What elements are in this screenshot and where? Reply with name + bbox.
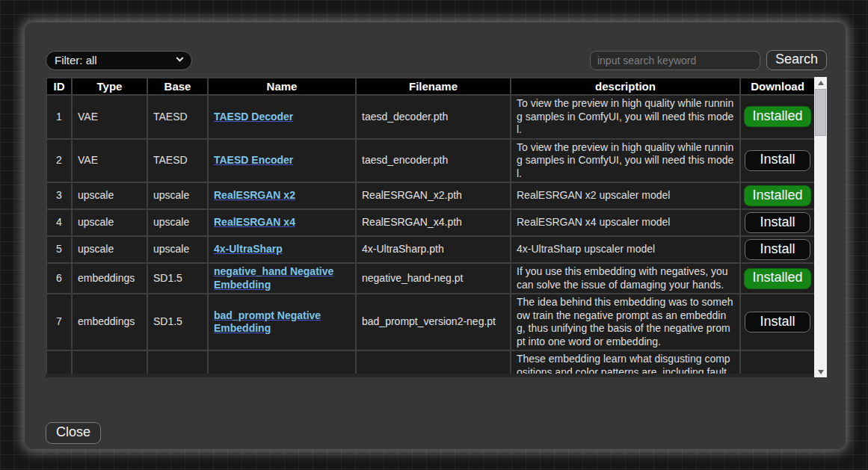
cell-download: Install	[740, 294, 814, 350]
chevron-down-icon	[176, 55, 184, 62]
cell-download	[740, 350, 814, 374]
cell-type: upscale	[72, 209, 147, 236]
cell-type: embeddings	[72, 263, 147, 294]
cell-filename: RealESRGAN_x4.pth	[356, 209, 511, 236]
cell-description: If you use this embedding with negatives…	[511, 263, 740, 294]
model-name-link[interactable]: TAESD Encoder	[214, 154, 293, 166]
cell-base: upscale	[147, 182, 208, 209]
table-row: 3upscaleupscaleRealESRGAN x2RealESRGAN_x…	[46, 182, 814, 209]
cell-name: bad_prompt Negative Embedding	[208, 294, 356, 350]
cell-download: Installed	[740, 263, 814, 294]
model-table-body: 1VAETAESDTAESD Decodertaesd_decoder.pthT…	[46, 95, 814, 374]
cell-type: upscale	[72, 182, 147, 209]
cell-name: 4x-UltraSharp	[208, 236, 356, 263]
cell-type	[72, 350, 147, 374]
cell-filename: taesd_encoder.pth	[356, 139, 511, 183]
scroll-up-arrow-icon[interactable]	[814, 77, 827, 88]
cell-download: Install	[740, 209, 814, 236]
cell-description: To view the preview in high quality whil…	[511, 95, 740, 139]
installed-button[interactable]: Installed	[744, 185, 810, 206]
install-button[interactable]: Install	[745, 239, 810, 260]
cell-description: RealESRGAN x4 upscaler model	[511, 209, 740, 236]
search-button[interactable]: Search	[766, 50, 827, 70]
cell-type: upscale	[72, 236, 147, 263]
cell-download: Install	[740, 236, 814, 263]
model-name-link[interactable]: bad_prompt Negative Embedding	[214, 309, 321, 335]
close-button[interactable]: Close	[46, 422, 101, 444]
header-base: Base	[147, 78, 208, 95]
cell-description: These embedding learn what disgusting co…	[511, 350, 740, 374]
cell-base: TAESD	[147, 95, 208, 139]
cell-type: embeddings	[72, 294, 147, 350]
filter-selected-label: Filter: all	[55, 54, 97, 67]
cell-name	[208, 350, 356, 374]
scroll-down-arrow-icon[interactable]	[814, 366, 827, 377]
cell-filename	[356, 350, 511, 374]
header-filename: Filename	[356, 78, 511, 95]
cell-name: negative_hand Negative Embedding	[208, 263, 356, 294]
cell-id: 6	[46, 263, 72, 294]
cell-id: 1	[46, 95, 72, 139]
installed-button[interactable]: Installed	[744, 268, 810, 289]
table-row: 2VAETAESDTAESD Encodertaesd_encoder.pthT…	[46, 139, 814, 183]
cell-name: TAESD Decoder	[208, 95, 356, 139]
header-id: ID	[46, 78, 72, 95]
cell-download: Install	[740, 139, 814, 183]
cell-id: 5	[46, 236, 72, 263]
cell-description: To view the preview in high quality whil…	[511, 139, 740, 183]
install-button[interactable]: Install	[745, 312, 810, 333]
cell-type: VAE	[72, 95, 147, 139]
model-name-link[interactable]: RealESRGAN x2	[214, 189, 295, 201]
cell-id: 4	[46, 209, 72, 236]
cell-base: TAESD	[147, 139, 208, 183]
cell-type: VAE	[72, 139, 147, 183]
table-row: These embedding learn what disgusting co…	[46, 350, 814, 374]
cell-description: RealESRGAN x2 upscaler model	[511, 182, 740, 209]
cell-filename: 4x-UltraSharp.pth	[356, 236, 511, 263]
model-name-link[interactable]: TAESD Decoder	[214, 111, 293, 123]
install-button[interactable]: Install	[745, 150, 810, 171]
table-row: 7embeddingsSD1.5bad_prompt Negative Embe…	[46, 294, 814, 350]
cell-base: SD1.5	[147, 263, 208, 294]
cell-name: RealESRGAN x2	[208, 182, 356, 209]
cell-description: 4x-UltraSharp upscaler model	[511, 236, 740, 263]
table-row: 1VAETAESDTAESD Decodertaesd_decoder.pthT…	[46, 95, 814, 139]
search-input[interactable]	[590, 51, 760, 70]
model-name-link[interactable]: 4x-UltraSharp	[214, 243, 283, 255]
search-group: Search	[590, 50, 827, 70]
cell-name: TAESD Encoder	[208, 139, 356, 183]
scrollbar-thumb[interactable]	[815, 89, 826, 136]
cell-filename: negative_hand-neg.pt	[356, 263, 511, 294]
vertical-scrollbar[interactable]	[814, 77, 827, 377]
cell-id: 3	[46, 182, 72, 209]
cell-download: Installed	[740, 95, 814, 139]
model-table-container: ID Type Base Name Filename description D…	[46, 77, 827, 377]
model-name-link[interactable]: negative_hand Negative Embedding	[214, 265, 333, 291]
cell-id: 2	[46, 139, 72, 183]
installed-button[interactable]: Installed	[744, 106, 810, 127]
install-button[interactable]: Install	[745, 212, 810, 233]
table-row: 5upscaleupscale4x-UltraSharp4x-UltraShar…	[46, 236, 814, 263]
model-table: ID Type Base Name Filename description D…	[46, 77, 814, 374]
model-table-scroll-area: ID Type Base Name Filename description D…	[46, 77, 814, 374]
header-name: Name	[208, 78, 356, 95]
cell-id: 7	[46, 294, 72, 350]
cell-download: Installed	[740, 182, 814, 209]
table-header-row: ID Type Base Name Filename description D…	[46, 78, 814, 95]
cell-filename: RealESRGAN_x2.pth	[356, 182, 511, 209]
cell-filename: bad_prompt_version2-neg.pt	[356, 294, 511, 350]
filter-dropdown[interactable]: Filter: all	[46, 51, 192, 70]
header-type: Type	[72, 78, 147, 95]
cell-name: RealESRGAN x4	[208, 209, 356, 236]
cell-id	[46, 350, 72, 374]
table-row: 6embeddingsSD1.5negative_hand Negative E…	[46, 263, 814, 294]
cell-base	[147, 350, 208, 374]
install-models-dialog: Filter: all Search ID Type Base Name	[25, 22, 846, 449]
dialog-toolbar: Filter: all Search	[46, 50, 827, 70]
cell-base: upscale	[147, 209, 208, 236]
cell-base: upscale	[147, 236, 208, 263]
header-download: Download	[740, 78, 814, 95]
table-row: 4upscaleupscaleRealESRGAN x4RealESRGAN_x…	[46, 209, 814, 236]
cell-filename: taesd_decoder.pth	[356, 95, 511, 139]
model-name-link[interactable]: RealESRGAN x4	[214, 216, 295, 228]
